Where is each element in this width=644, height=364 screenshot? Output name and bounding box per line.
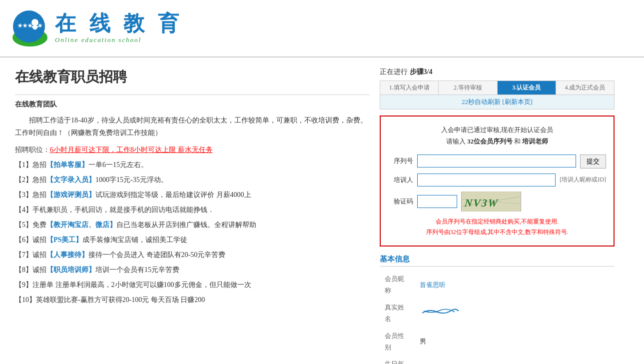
main-content: 在线教育职员招聘 在线教育团队 招聘工作适于18-40岁，待业人员或时间充裕有责… <box>0 58 644 364</box>
basic-info-title: 基本信息 <box>380 254 615 266</box>
birth-label: 生日年份 <box>380 356 415 364</box>
list-item: 【4】手机兼职员，手机回访，就是接手机的回访电话就能挣钱． <box>15 203 370 217</box>
serial-input[interactable] <box>417 154 576 168</box>
steps-bar: 1.填写入会申请 2.等待审核 3.认证会员 4.成为正式会员 <box>380 80 615 95</box>
basic-info-section: 基本信息 会员昵称 首雀思听 真实姓名 <box>380 254 615 364</box>
job-link-row: 招聘职位：6小时月薪可达下限，工作8小时可达上限 薪水无任务 <box>15 143 370 157</box>
svg-text:★★★★★: ★★★★★ <box>17 22 43 28</box>
captcha-input[interactable] <box>417 195 457 208</box>
trainer-hint: [培训人昵称或ID] <box>560 176 606 184</box>
job-link[interactable]: 6小时月薪可达下限，工作8小时可达上限 薪水无任务 <box>50 146 213 154</box>
refresh-link[interactable]: [刷新本页] <box>502 98 533 106</box>
page-title: 在线教育职员招聘 <box>15 68 370 86</box>
intro-paragraph: 招聘工作适于18-40岁，待业人员或时间充裕有责任心的全职太太，工作较简单，可兼… <box>15 114 370 139</box>
right-panel: 正在进行 步骤3/4 1.填写入会申请 2.等待审核 3.认证会员 4.成为正式… <box>380 68 615 364</box>
logo-text-area: 在 线 教 育 Online education school <box>55 13 183 44</box>
header: ★★★★★ 在 线 教 育 Online education school <box>0 0 644 58</box>
submit-button[interactable]: 提交 <box>580 154 606 168</box>
list-item: 【6】诚招【PS美工】成手装修淘宝店铺，诚招美工学徒 <box>15 233 370 247</box>
table-row: 生日年份 1996 <box>380 356 615 364</box>
table-row: 会员昵称 首雀思听 <box>380 270 615 299</box>
svg-point-3 <box>31 19 38 26</box>
info-table: 会员昵称 首雀思听 真实姓名 会员性别 男 <box>380 270 615 364</box>
list-item: 【2】急招【文字录入员】1000字15元-35元浮动。 <box>15 173 370 187</box>
captcha-image[interactable]: NV3W <box>461 192 521 212</box>
trainer-row: 培训人 [培训人昵称或ID] <box>388 174 606 186</box>
divider <box>15 94 370 95</box>
list-item: 【10】英雄联盟比赛-赢胜方可获得20-100元 每天百场 日赚200 <box>15 293 370 307</box>
trainer-label: 培训人 <box>388 176 413 184</box>
step-header: 正在进行 步骤3/4 <box>380 68 615 76</box>
warning-line2: 序列号由32位字母组成,其中不含中文,数字和特殊符号. <box>388 227 606 238</box>
warning-text: 会员序列号在指定经销商处购买,不能重复使用. 序列号由32位字母组成,其中不含中… <box>388 216 606 238</box>
table-row: 真实姓名 <box>380 299 615 328</box>
gender-label: 会员性别 <box>380 328 415 356</box>
verify-intro-line1: 入会申请已通过审核,现在开始认证会员 <box>388 124 606 136</box>
svg-text:NV3W: NV3W <box>464 197 499 209</box>
table-row: 会员性别 男 <box>380 328 615 356</box>
list-item: 【8】诚招【职员培训师】培训一个会员有15元辛苦费 <box>15 263 370 277</box>
refresh-bar: 22秒自动刷新 [刷新本页] <box>380 95 615 110</box>
logo-icon: ★★★★★ <box>10 8 50 48</box>
gender-value: 男 <box>415 328 615 356</box>
team-label: 在线教育团队 <box>15 100 370 109</box>
refresh-text: 22秒自动刷新 <box>462 98 501 106</box>
serial-label: 序列号 <box>388 156 413 166</box>
list-item: 【7】诚招【人事接待】接待一个会员进入 奇迹团队有20-50元辛苦费 <box>15 248 370 262</box>
step-3: 3.认证会员 <box>498 81 556 94</box>
step-1: 1.填写入会申请 <box>380 81 439 94</box>
captcha-row: 验证码 NV3W <box>388 192 606 212</box>
nickname-value: 首雀思听 <box>415 270 615 299</box>
job-list: 【1】急招【拍单客服】一单6一15元左右。 【2】急招【文字录入员】1000字1… <box>15 158 370 307</box>
logo-title: 在 线 教 育 <box>55 13 183 34</box>
nickname-label: 会员昵称 <box>380 270 415 299</box>
captcha-label: 验证码 <box>388 197 413 206</box>
warning-line1: 会员序列号在指定经销商处购买,不能重复使用. <box>388 216 606 228</box>
verify-section: 入会申请已通过审核,现在开始认证会员 请输入 32位会员序列号 和 培训老师 序… <box>380 116 615 246</box>
serial-row: 序列号 提交 <box>388 154 606 168</box>
logo-subtitle: Online education school <box>55 36 183 44</box>
logo-area: ★★★★★ 在 线 教 育 Online education school <box>10 8 183 48</box>
list-item: 【3】急招【游戏评测员】试玩游戏到指定等级，最后给建议评价 月薪4000上 <box>15 188 370 202</box>
left-panel: 在线教育职员招聘 在线教育团队 招聘工作适于18-40岁，待业人员或时间充裕有责… <box>15 68 370 364</box>
step-2: 2.等待审核 <box>439 81 497 94</box>
birth-value: 1996 <box>415 356 615 364</box>
realname-value <box>415 299 615 328</box>
list-item: 【5】免费【教开淘宝店、微店】自已当老板从开店到推广赚钱。全程讲解帮助 <box>15 218 370 232</box>
verify-intro: 入会申请已通过审核,现在开始认证会员 请输入 32位会员序列号 和 培训老师 <box>388 124 606 148</box>
list-item: 【1】急招【拍单客服】一单6一15元左右。 <box>15 158 370 172</box>
verify-intro-line2: 请输入 32位会员序列号 和 培训老师 <box>388 136 606 147</box>
list-item: 【9】注册单 注册单利润最高，2小时做完可以赚100多元佣金，但只能做一次 <box>15 278 370 292</box>
trainer-input[interactable] <box>417 174 556 186</box>
realname-label: 真实姓名 <box>380 299 415 328</box>
step-4: 4.成为正式会员 <box>556 81 614 94</box>
